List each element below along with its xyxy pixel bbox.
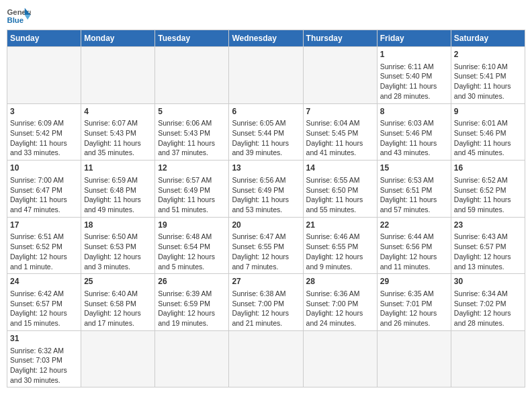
calendar-cell	[229, 330, 303, 387]
calendar-cell: 13Sunrise: 6:56 AMSunset: 6:49 PMDayligh…	[229, 161, 303, 218]
day-number: 25	[84, 276, 152, 287]
calendar-cell: 5Sunrise: 6:06 AMSunset: 5:43 PMDaylight…	[155, 103, 229, 161]
day-header-sunday: Sunday	[7, 30, 81, 47]
day-number: 5	[158, 106, 226, 118]
calendar-cell: 3Sunrise: 6:09 AMSunset: 5:42 PMDaylight…	[7, 103, 81, 161]
calendar-cell: 27Sunrise: 6:38 AMSunset: 7:00 PMDayligh…	[229, 274, 303, 331]
calendar-cell: 23Sunrise: 6:43 AMSunset: 6:57 PMDayligh…	[451, 217, 525, 274]
day-number: 1	[380, 49, 448, 60]
day-number: 27	[232, 276, 300, 287]
calendar-cell	[81, 47, 155, 104]
day-number: 19	[158, 220, 226, 231]
calendar-cell: 20Sunrise: 6:47 AMSunset: 6:55 PMDayligh…	[229, 217, 303, 274]
calendar-header-row: SundayMondayTuesdayWednesdayThursdayFrid…	[7, 30, 525, 47]
day-number: 22	[380, 220, 448, 231]
calendar-cell: 16Sunrise: 6:52 AMSunset: 6:52 PMDayligh…	[451, 161, 525, 218]
day-header-friday: Friday	[377, 30, 451, 47]
calendar-cell: 21Sunrise: 6:46 AMSunset: 6:55 PMDayligh…	[303, 217, 377, 274]
calendar-cell: 7Sunrise: 6:04 AMSunset: 5:45 PMDaylight…	[303, 103, 377, 161]
calendar-cell: 4Sunrise: 6:07 AMSunset: 5:43 PMDaylight…	[81, 103, 155, 161]
day-number: 3	[10, 106, 78, 118]
calendar-cell: 6Sunrise: 6:05 AMSunset: 5:44 PMDaylight…	[229, 103, 303, 161]
day-number: 23	[454, 220, 522, 231]
calendar-cell	[155, 47, 229, 104]
calendar-cell: 9Sunrise: 6:01 AMSunset: 5:46 PMDaylight…	[451, 103, 525, 161]
day-number: 12	[158, 163, 226, 174]
calendar-cell: 11Sunrise: 6:59 AMSunset: 6:48 PMDayligh…	[81, 161, 155, 218]
generalblue-logo-icon: General Blue	[7, 7, 31, 26]
day-header-monday: Monday	[81, 30, 155, 47]
calendar-cell: 25Sunrise: 6:40 AMSunset: 6:58 PMDayligh…	[81, 274, 155, 331]
day-number: 29	[380, 276, 448, 287]
calendar-week-3: 10Sunrise: 7:00 AMSunset: 6:47 PMDayligh…	[7, 161, 525, 218]
day-number: 18	[84, 220, 152, 231]
day-number: 7	[306, 106, 374, 118]
day-number: 17	[10, 220, 78, 231]
calendar-cell	[303, 330, 377, 387]
day-number: 16	[454, 163, 522, 174]
calendar-cell: 31Sunrise: 6:32 AMSunset: 7:03 PMDayligh…	[7, 330, 81, 387]
calendar-cell	[229, 47, 303, 104]
calendar-cell: 29Sunrise: 6:35 AMSunset: 7:01 PMDayligh…	[377, 274, 451, 331]
day-number: 8	[380, 106, 448, 118]
day-header-tuesday: Tuesday	[155, 30, 229, 47]
day-header-wednesday: Wednesday	[229, 30, 303, 47]
calendar-cell	[377, 330, 451, 387]
header: General Blue	[7, 7, 525, 26]
day-number: 13	[232, 163, 300, 174]
day-number: 30	[454, 276, 522, 287]
calendar-cell	[451, 330, 525, 387]
day-number: 11	[84, 163, 152, 174]
svg-text:Blue: Blue	[7, 16, 24, 24]
calendar-cell: 10Sunrise: 7:00 AMSunset: 6:47 PMDayligh…	[7, 161, 81, 218]
calendar-week-5: 24Sunrise: 6:42 AMSunset: 6:57 PMDayligh…	[7, 274, 525, 331]
calendar-cell: 2Sunrise: 6:10 AMSunset: 5:41 PMDaylight…	[451, 47, 525, 104]
calendar-cell: 17Sunrise: 6:51 AMSunset: 6:52 PMDayligh…	[7, 217, 81, 274]
calendar-body: 1Sunrise: 6:11 AMSunset: 5:40 PMDaylight…	[7, 47, 525, 387]
calendar-cell	[7, 47, 81, 104]
calendar-cell: 18Sunrise: 6:50 AMSunset: 6:53 PMDayligh…	[81, 217, 155, 274]
day-number: 15	[380, 163, 448, 174]
day-number: 21	[306, 220, 374, 231]
calendar-cell: 22Sunrise: 6:44 AMSunset: 6:56 PMDayligh…	[377, 217, 451, 274]
day-number: 2	[454, 49, 522, 60]
calendar-week-2: 3Sunrise: 6:09 AMSunset: 5:42 PMDaylight…	[7, 103, 525, 161]
day-number: 4	[84, 106, 152, 118]
calendar-cell: 28Sunrise: 6:36 AMSunset: 7:00 PMDayligh…	[303, 274, 377, 331]
day-number: 9	[454, 106, 522, 118]
day-number: 26	[158, 276, 226, 287]
calendar-cell: 26Sunrise: 6:39 AMSunset: 6:59 PMDayligh…	[155, 274, 229, 331]
calendar-cell	[81, 330, 155, 387]
calendar-cell: 24Sunrise: 6:42 AMSunset: 6:57 PMDayligh…	[7, 274, 81, 331]
day-header-thursday: Thursday	[303, 30, 377, 47]
day-number: 31	[10, 333, 78, 345]
svg-marker-3	[25, 15, 31, 19]
day-number: 6	[232, 106, 300, 118]
calendar-cell: 14Sunrise: 6:55 AMSunset: 6:50 PMDayligh…	[303, 161, 377, 218]
day-header-saturday: Saturday	[451, 30, 525, 47]
day-number: 24	[10, 276, 78, 287]
calendar-week-4: 17Sunrise: 6:51 AMSunset: 6:52 PMDayligh…	[7, 217, 525, 274]
calendar-table: SundayMondayTuesdayWednesdayThursdayFrid…	[7, 30, 525, 387]
day-number: 28	[306, 276, 374, 287]
calendar-cell	[303, 47, 377, 104]
day-number: 10	[10, 163, 78, 174]
calendar-cell: 19Sunrise: 6:48 AMSunset: 6:54 PMDayligh…	[155, 217, 229, 274]
calendar-week-6: 31Sunrise: 6:32 AMSunset: 7:03 PMDayligh…	[7, 330, 525, 387]
day-number: 20	[232, 220, 300, 231]
calendar-cell: 15Sunrise: 6:53 AMSunset: 6:51 PMDayligh…	[377, 161, 451, 218]
calendar-cell	[155, 330, 229, 387]
calendar-cell: 8Sunrise: 6:03 AMSunset: 5:46 PMDaylight…	[377, 103, 451, 161]
calendar-cell: 30Sunrise: 6:34 AMSunset: 7:02 PMDayligh…	[451, 274, 525, 331]
day-number: 14	[306, 163, 374, 174]
calendar-week-1: 1Sunrise: 6:11 AMSunset: 5:40 PMDaylight…	[7, 47, 525, 104]
calendar-cell: 12Sunrise: 6:57 AMSunset: 6:49 PMDayligh…	[155, 161, 229, 218]
calendar-cell: 1Sunrise: 6:11 AMSunset: 5:40 PMDaylight…	[377, 47, 451, 104]
logo: General Blue	[7, 7, 31, 26]
